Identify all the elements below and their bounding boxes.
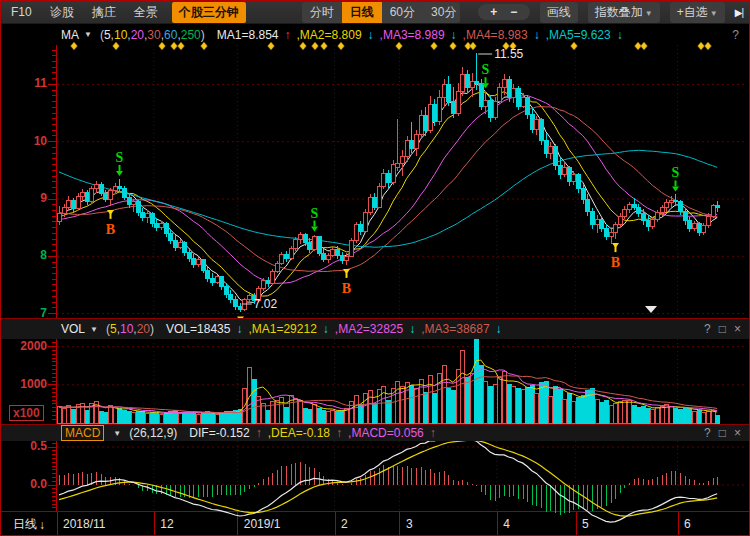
month-separator: [154, 512, 155, 536]
period-label: 日线: [13, 516, 37, 533]
scroll-position-icon[interactable]: [645, 306, 657, 313]
month-separator: [497, 512, 498, 536]
macd-bar-params: (26,12,9): [129, 426, 177, 440]
price-tick-label: 9: [5, 191, 47, 205]
collapse-panel-icon[interactable]: ▶|: [735, 7, 743, 18]
month-label: 2019/1: [244, 517, 281, 531]
date-axis-bar: 日线 ↓ 2018/11122019/123456: [1, 511, 749, 536]
vol-bar-value-1: ,MA1=29212: [248, 322, 316, 336]
chevron-down-icon: ▼: [645, 9, 653, 18]
macd-histogram: [60, 462, 718, 515]
candlestick-chart[interactable]: BSBSBSBS11.557.02: [1, 39, 750, 319]
dea-line: [59, 441, 717, 516]
macd-tick-label: 0.5: [5, 439, 47, 453]
high-price-label: 11.55: [494, 47, 523, 61]
month-label: 3: [406, 517, 413, 531]
month-label: 6: [684, 517, 691, 531]
toolbar-item-2[interactable]: 擒庄: [88, 3, 120, 22]
chevron-down-icon[interactable]: ▼: [84, 30, 92, 39]
stock-3min-button[interactable]: 个股三分钟: [172, 2, 246, 23]
maximize-icon[interactable]: □: [719, 322, 726, 336]
vol-bar-value-2: ,MA2=32825: [335, 322, 403, 336]
buy-sell-markers: BSBSBSBS: [106, 62, 680, 319]
candles-layer: [58, 53, 720, 313]
month-label: 5: [582, 517, 589, 531]
chevron-down-icon[interactable]: ▼: [113, 429, 121, 438]
month-separator: [576, 512, 577, 536]
sell-signal-label: S: [672, 165, 680, 180]
toolbar-right-0[interactable]: 画线: [540, 2, 578, 23]
volume-bars: [58, 339, 720, 423]
stock-chart-window: F10诊股擒庄全景个股三分钟分时日线60分30分周线▼+−画线指数叠加▼+自选▼…: [0, 0, 750, 536]
period-selector[interactable]: 日线 ↓: [1, 512, 58, 536]
price-axis-ticks: [48, 50, 56, 314]
vol-bar-value-0: VOL=18435: [166, 322, 230, 336]
arrow-down-icon: ↓: [496, 322, 502, 336]
period-tab-2[interactable]: 60分: [382, 2, 423, 23]
arrow-down-icon: ↓: [39, 518, 45, 532]
month-separator: [335, 512, 336, 536]
arrow-down-icon: ↓: [236, 322, 242, 336]
macd-bar-value-2: ,MACD=0.056: [348, 426, 424, 440]
arrow-down-icon: ↓: [409, 322, 415, 336]
buy-signal-label: B: [611, 255, 620, 270]
macd-bar-value-0: DIF=-0.152: [189, 426, 249, 440]
event-diamond-icons[interactable]: [71, 42, 712, 50]
sell-signal-label: S: [311, 206, 319, 221]
price-tick-label: 10: [5, 134, 47, 148]
zoom-in-button[interactable]: +: [486, 5, 502, 19]
toolbar-item-1[interactable]: 诊股: [46, 3, 78, 22]
macd-bar-title[interactable]: MACD: [61, 425, 104, 441]
toolbar-item-0[interactable]: F10: [7, 4, 36, 20]
period-tabstrip: 分时日线60分30分周线▼: [302, 2, 460, 23]
buy-signal-label: B: [342, 281, 351, 296]
buy-signal-label: B: [106, 222, 115, 237]
volume-unit-label: x100: [9, 405, 44, 421]
volume-tick-label: 1000: [5, 377, 47, 391]
macd-bar-value-1: ,DEA=-0.18: [268, 426, 330, 440]
arrow-down-icon: ↓: [323, 322, 329, 336]
maximize-icon[interactable]: □: [719, 426, 726, 440]
top-toolbar: F10诊股擒庄全景个股三分钟分时日线60分30分周线▼+−画线指数叠加▼+自选▼…: [1, 1, 749, 24]
arrow-up-icon: ↑: [256, 426, 262, 440]
low-price-label: 7.02: [254, 297, 278, 311]
month-label: 12: [160, 517, 173, 531]
sell-signal-label: S: [116, 150, 124, 165]
sell-signal-label: S: [482, 62, 490, 77]
volume-indicator-bar: VOL▼(5,10,20)VOL=18435↓,MA1=29212↓,MA2=3…: [1, 318, 749, 339]
volume-chart[interactable]: [1, 339, 750, 424]
chevron-down-icon: ▼: [710, 9, 718, 18]
toolbar-right-group: 画线指数叠加▼+自选▼▶|: [540, 2, 743, 23]
macd-bar-window-icons: ?□×: [704, 426, 741, 440]
zoom-controls: +−: [478, 4, 530, 20]
period-tab-3[interactable]: 30分: [423, 2, 460, 23]
arrow-up-icon: ↑: [336, 426, 342, 440]
arrow-up-icon: ↑: [430, 426, 436, 440]
close-icon[interactable]: ×: [734, 322, 741, 336]
month-separator: [678, 512, 679, 536]
toolbar-item-3[interactable]: 全景: [130, 3, 162, 22]
vol-bar-value-3: ,MA3=38687: [421, 322, 489, 336]
month-label: 2018/11: [63, 517, 106, 531]
period-tab-1[interactable]: 日线: [342, 2, 382, 23]
price-tick-label: 8: [5, 248, 47, 262]
price-gridlines: [57, 84, 746, 313]
macd-indicator-bar: MACD▼(26,12,9)DIF=-0.152↑,DEA=-0.18↑,MAC…: [1, 424, 749, 441]
close-icon[interactable]: ×: [734, 426, 741, 440]
vol-bar-params: (5,10,20): [106, 322, 154, 336]
help-icon[interactable]: ?: [704, 322, 711, 336]
zoom-out-button[interactable]: −: [506, 5, 522, 19]
help-icon[interactable]: ?: [704, 426, 711, 440]
month-separator: [399, 512, 400, 536]
month-label: 4: [503, 517, 510, 531]
macd-tick-label: 0.0: [5, 477, 47, 491]
month-separator: [237, 512, 238, 536]
chevron-down-icon[interactable]: ▼: [90, 325, 98, 334]
period-tab-0[interactable]: 分时: [302, 2, 342, 23]
price-tick-label: 11: [5, 76, 47, 90]
vol-bar-title[interactable]: VOL: [61, 322, 85, 336]
volume-tick-label: 2000: [5, 339, 47, 353]
toolbar-right-2[interactable]: +自选▼: [670, 2, 725, 23]
vol-bar-window-icons: ?□×: [704, 322, 741, 336]
toolbar-right-1[interactable]: 指数叠加▼: [588, 2, 660, 23]
